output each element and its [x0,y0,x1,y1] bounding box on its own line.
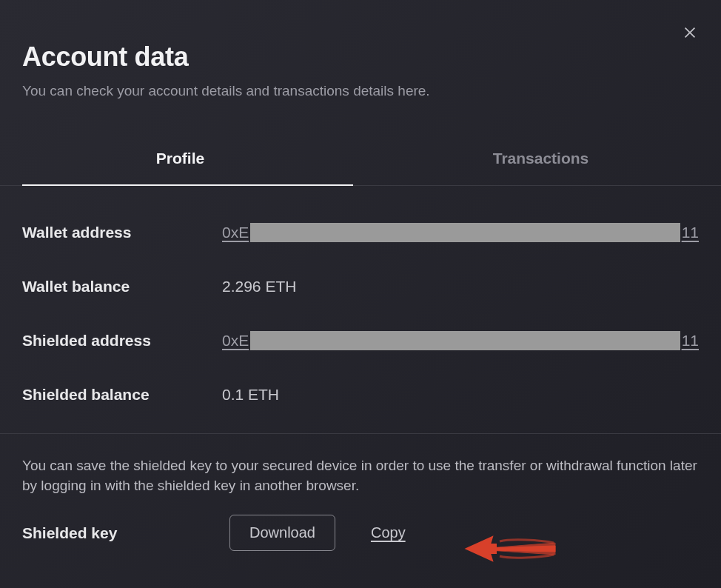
shielded-address-prefix: 0xE [222,332,249,350]
profile-content: Wallet address 0xE 11 Wallet balance 2.2… [0,186,721,404]
tab-bar: Profile Transactions [0,133,721,186]
shielded-key-label: Shielded key [22,524,229,542]
shielded-key-info: You can save the shielded key to your se… [22,456,699,495]
tab-transactions-label: Transactions [493,150,589,167]
redacted-block [250,223,680,242]
tab-profile[interactable]: Profile [0,133,360,185]
wallet-address-value[interactable]: 0xE 11 [222,223,699,242]
footer-section: You can save the shielded key to your se… [0,434,721,551]
wallet-address-suffix: 11 [682,224,699,241]
wallet-balance-label: Wallet balance [22,278,222,295]
copy-link[interactable]: Copy [371,524,406,541]
tab-profile-label: Profile [156,150,204,167]
redacted-block [250,331,680,350]
shielded-address-value[interactable]: 0xE 11 [222,331,699,350]
wallet-address-label: Wallet address [22,224,222,241]
close-button[interactable] [680,24,700,44]
page-subtitle: You can check your account details and t… [22,83,699,99]
shielded-balance-value: 0.1 ETH [222,386,279,404]
shielded-address-suffix: 11 [682,332,699,350]
shielded-address-label: Shielded address [22,332,222,350]
shielded-balance-row: Shielded balance 0.1 ETH [22,386,699,404]
shielded-balance-label: Shielded balance [22,386,222,404]
shielded-address-row: Shielded address 0xE 11 [22,331,699,350]
shielded-key-row: Shielded key Download Copy [22,515,699,551]
tab-transactions[interactable]: Transactions [360,133,721,185]
modal-header: Account data You can check your account … [0,0,721,99]
wallet-balance-row: Wallet balance 2.296 ETH [22,278,699,295]
page-title: Account data [22,41,699,73]
download-button[interactable]: Download [229,515,335,551]
wallet-address-row: Wallet address 0xE 11 [22,223,699,242]
wallet-balance-value: 2.296 ETH [222,278,296,295]
close-icon [682,24,698,44]
wallet-address-prefix: 0xE [222,224,249,241]
